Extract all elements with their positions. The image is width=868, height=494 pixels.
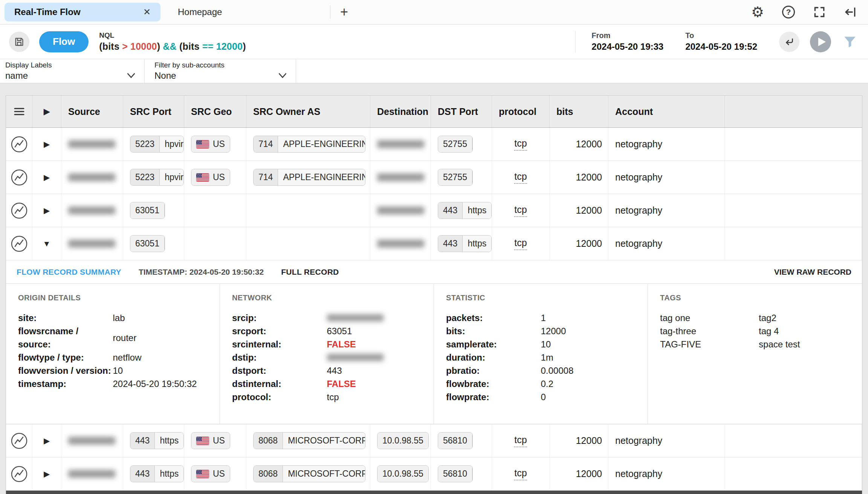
column-header-account[interactable]: Account: [608, 96, 725, 127]
tab-real-time-flow[interactable]: Real-Time Flow ✕: [5, 3, 160, 21]
src-geo-chip[interactable]: US: [191, 432, 230, 449]
src-owner-as-cell: [246, 227, 370, 260]
column-header-protocol[interactable]: protocol: [492, 96, 550, 127]
src-geo-chip[interactable]: US: [191, 136, 230, 153]
expand-row-icon[interactable]: ▶: [44, 436, 50, 445]
tab-bar: Real-Time Flow ✕ Homepage + ⚙ ?: [0, 0, 868, 24]
dst-port-chip[interactable]: 56810: [438, 465, 473, 482]
column-header-bits[interactable]: bits: [550, 96, 608, 127]
help-icon[interactable]: ?: [782, 6, 795, 18]
view-raw-record-button[interactable]: VIEW RAW RECORD: [774, 268, 851, 277]
column-header-source[interactable]: Source: [61, 96, 123, 127]
expand-row-icon[interactable]: ▶: [44, 470, 50, 479]
collapse-panel-icon[interactable]: [844, 6, 857, 18]
port-number: 63051: [130, 236, 165, 252]
field-label: flowtype / type:: [18, 351, 113, 364]
tab-full-record[interactable]: FULL RECORD: [281, 268, 339, 277]
src-owner-as-chip[interactable]: 714APPLE-ENGINEERING: [253, 169, 365, 186]
chevron-down-icon: [278, 72, 287, 79]
flow-record-panel: FLOW RECORD SUMMARY TIMESTAMP: 2024-05-2…: [6, 260, 862, 424]
dst-port-chip[interactable]: 56810: [438, 432, 473, 449]
column-header-dst-port[interactable]: DST Port: [431, 96, 492, 127]
table-header-row: ▶SourceSRC PortSRC GeoSRC Owner ASDestin…: [6, 96, 862, 128]
row-chart-button[interactable]: [11, 169, 28, 186]
destination-chip[interactable]: 10.0.98.55: [377, 465, 429, 482]
time-to-picker[interactable]: To 2024-05-20 19:52: [685, 31, 757, 52]
dst-port-chip[interactable]: 52755: [438, 136, 473, 153]
field-value: 12000: [541, 324, 566, 338]
filter-funnel-button[interactable]: [843, 35, 857, 49]
account-value: netography: [615, 139, 662, 150]
fullscreen-icon[interactable]: [813, 6, 826, 18]
column-header-src-owner-as[interactable]: SRC Owner AS: [246, 96, 370, 127]
dst-port-cell: 52755: [431, 128, 492, 161]
save-view-button[interactable]: [9, 32, 29, 52]
destination-chip[interactable]: 10.0.98.55: [377, 432, 429, 449]
src-owner-as-chip[interactable]: 8068MICROSOFT-CORP-MSN-AS-BLOCK: [253, 432, 365, 449]
column-header-destination[interactable]: Destination: [370, 96, 431, 127]
expand-row-icon[interactable]: ▶: [44, 140, 50, 149]
src-port-chip[interactable]: 443https: [130, 432, 184, 449]
collapse-row-icon[interactable]: ▼: [43, 239, 51, 248]
dst-port-chip[interactable]: 52755: [438, 169, 473, 186]
bits-cell: 12000: [550, 424, 608, 457]
sub-accounts-dropdown[interactable]: Filter by sub-accounts None: [145, 59, 296, 83]
field-value: FALSE: [327, 377, 356, 390]
src-port-chip[interactable]: 5223hpvirtgrp: [130, 169, 184, 186]
protocol-value: tcp: [514, 468, 527, 480]
row-chart-button[interactable]: [11, 235, 28, 252]
record-panel-header: FLOW RECORD SUMMARY TIMESTAMP: 2024-05-2…: [6, 260, 862, 284]
src-owner-as-cell: 714APPLE-ENGINEERING: [246, 128, 370, 161]
dst-port-chip[interactable]: 443https: [438, 235, 492, 252]
dst-port-chip[interactable]: 443https: [438, 202, 492, 219]
empty-cell: [725, 161, 862, 194]
src-port-chip[interactable]: 63051: [130, 202, 165, 219]
new-tab-button[interactable]: +: [340, 5, 348, 19]
time-from-picker[interactable]: From 2024-05-20 19:33: [591, 31, 663, 52]
row-chart-button[interactable]: [11, 136, 28, 153]
run-query-enter-button[interactable]: [779, 32, 799, 52]
src-port-chip[interactable]: 63051: [130, 235, 165, 252]
tab-homepage[interactable]: Homepage: [160, 0, 330, 24]
nql-token: ): [243, 41, 246, 52]
destination-ip: 10.0.98.55: [377, 433, 428, 449]
src-owner-as-chip[interactable]: 714APPLE-ENGINEERING: [253, 136, 365, 153]
source-cell: [61, 161, 123, 194]
src-owner-as-chip[interactable]: 8068MICROSOFT-CORP-MSN-AS-BLOCK: [253, 465, 365, 482]
nql-token: (bits: [99, 41, 122, 52]
src-geo-chip[interactable]: US: [191, 169, 230, 186]
expand-row-icon[interactable]: ▶: [44, 173, 50, 182]
nql-query-input[interactable]: (bits > 10000) && (bits == 12000): [99, 41, 246, 52]
dropdown-label: Display Labels: [5, 61, 136, 69]
display-labels-dropdown[interactable]: Display Labels name: [0, 59, 145, 83]
row-chart-button[interactable]: [11, 432, 28, 450]
record-field-row: dstip:: [232, 351, 422, 364]
src-port-chip[interactable]: 443https: [130, 465, 184, 482]
record-field-row: timestamp:2024-05-20 19:50:32: [18, 377, 208, 390]
dst-port-cell: 443https: [431, 194, 492, 227]
bits-cell: 12000: [550, 457, 608, 490]
column-header-src-geo[interactable]: SRC Geo: [184, 96, 246, 127]
horizontal-scrollbar[interactable]: [6, 491, 862, 494]
expand-all-icon[interactable]: ▶: [44, 107, 50, 116]
return-icon: [784, 36, 795, 47]
settings-gear-icon[interactable]: ⚙: [751, 5, 764, 19]
close-tab-icon[interactable]: ✕: [143, 7, 151, 17]
row-chart-button[interactable]: [11, 202, 28, 219]
record-field-row: dstport:443: [232, 364, 422, 377]
table-menu-icon[interactable]: [13, 106, 25, 117]
funnel-icon: [843, 35, 857, 49]
src-geo-chip[interactable]: US: [191, 465, 230, 482]
play-stream-button[interactable]: [810, 31, 831, 52]
destination-cell: 10.0.98.55: [370, 457, 431, 490]
column-header-src-port[interactable]: SRC Port: [123, 96, 184, 127]
src-port-chip[interactable]: 5223hpvirtgrp: [130, 136, 184, 153]
field-value: lab: [113, 311, 125, 324]
source-cell: [61, 424, 123, 457]
expand-row-icon[interactable]: ▶: [44, 206, 50, 215]
field-label: bits:: [446, 324, 541, 338]
row-chart-button[interactable]: [11, 465, 28, 483]
tab-flow-record-summary[interactable]: FLOW RECORD SUMMARY: [17, 268, 121, 277]
flow-button[interactable]: Flow: [39, 31, 89, 52]
country-code: US: [213, 139, 225, 149]
